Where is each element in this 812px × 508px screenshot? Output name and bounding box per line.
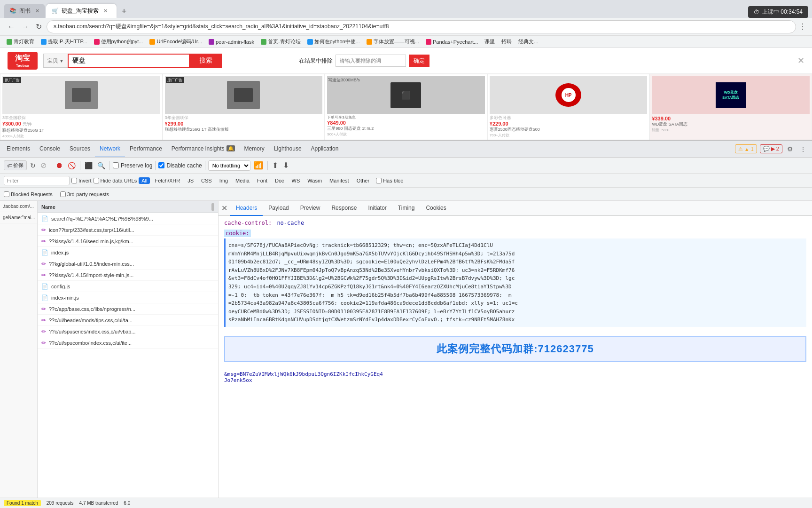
forward-button[interactable]: →: [20, 21, 31, 33]
file-item-1[interactable]: 📄 search?q=%E7%A1%AC%E7%9B%98%9...: [38, 213, 218, 224]
bookmark-python2[interactable]: 如何在python中使...: [304, 37, 363, 46]
url-bar[interactable]: s.taobao.com/search?q=硬盘&imgfile=&js=1&s…: [47, 20, 796, 33]
bookmark-青灯教育[interactable]: 青灯教育: [4, 37, 37, 46]
file-item-8[interactable]: 📄 index-min.js: [38, 292, 218, 303]
search-button[interactable]: 搜索: [190, 54, 222, 68]
preserve-log-checkbox[interactable]: [113, 162, 119, 168]
hide-data-urls-label[interactable]: Hide data URLs: [94, 178, 137, 183]
preserve-log-label[interactable]: Preserve log: [113, 162, 152, 169]
third-party-checkbox[interactable]: [60, 191, 66, 197]
filter-search-input[interactable]: [4, 176, 70, 185]
tab-console[interactable]: Console: [35, 141, 65, 158]
detail-tab-timing[interactable]: Timing: [392, 201, 421, 216]
domain-taobao[interactable]: .taobao.com/...: [0, 201, 37, 212]
tab-lighthouse[interactable]: Lighthouse: [269, 141, 306, 158]
disable-cache-label[interactable]: Disable cache: [158, 162, 202, 169]
file-item-7[interactable]: 📄 config.js: [38, 281, 218, 292]
clear-button[interactable]: 🚫: [66, 160, 77, 171]
import-button[interactable]: ⬆: [271, 159, 280, 171]
tab-close-1[interactable]: ✕: [35, 8, 39, 14]
search-icon-button[interactable]: 🔍: [96, 160, 107, 171]
detail-tab-cookies[interactable]: Cookies: [420, 201, 452, 216]
file-item-9[interactable]: ✏ ??c/app/base.css,c/libs/nprogress/n...: [38, 303, 218, 315]
filter-icon-button[interactable]: ⬛: [83, 160, 94, 171]
detail-tab-headers[interactable]: Headers: [230, 201, 263, 216]
tab-inactive-1[interactable]: 📚 图书 ✕: [4, 4, 45, 18]
bookmark-ip[interactable]: 提取IP-天HTTP...: [38, 37, 90, 46]
bookmark-keli[interactable]: 课里: [482, 37, 498, 46]
file-item-2[interactable]: ✏ icon??tsrp/233/fest.css,tsrp/116/util.…: [38, 224, 218, 236]
bookmark-forum[interactable]: 首页-青灯论坛: [258, 37, 304, 46]
tab-network[interactable]: Network: [95, 141, 125, 158]
file-item-10[interactable]: ✏ ??c/ui/header/mods/tips.css,c/ui/ta...: [38, 315, 218, 326]
filter-confirm-button[interactable]: 确定: [409, 55, 429, 67]
product-card-2[interactable]: 原厂广告 3年全国联保 ¥299.00 联想移动硬盘256G 1T 高速传输版: [163, 74, 325, 140]
detail-tab-payload[interactable]: Payload: [263, 201, 294, 216]
filter-type-manifest[interactable]: Manifest: [327, 177, 352, 184]
close-btn[interactable]: ✕: [797, 56, 804, 66]
reload-network-button[interactable]: ↻: [29, 160, 37, 171]
search-input[interactable]: [68, 54, 190, 68]
third-party-label[interactable]: 3rd-party requests: [60, 191, 109, 197]
file-item-12[interactable]: ✏ ??c/ui/spucombo/index.css,c/ui/ite...: [38, 337, 218, 349]
domain-pagename[interactable]: geName:"mai...: [0, 212, 37, 223]
detail-tab-initiator[interactable]: Initiator: [362, 201, 392, 216]
filter-type-img[interactable]: Img: [217, 177, 231, 184]
tab-performance-insights[interactable]: Performance insights 🔔: [167, 141, 240, 158]
wifi-icon-button[interactable]: 📶: [252, 159, 265, 171]
product-card-1[interactable]: 原厂广告 3年全国联保 ¥300.00 元/件 联想移动硬盘256G 1T 40…: [0, 74, 163, 140]
bookmark-recruit[interactable]: 招聘: [499, 37, 515, 46]
sidebar-price-btn[interactable]: 🏷 价保: [4, 160, 27, 170]
bookmark-python[interactable]: 使用python的pyt...: [91, 37, 146, 46]
detail-tab-preview[interactable]: Preview: [295, 201, 326, 216]
filter-type-wasm[interactable]: Wasm: [304, 177, 325, 184]
filter-type-js[interactable]: JS: [185, 177, 196, 184]
devtools-settings-icon[interactable]: ⚙: [785, 143, 795, 155]
bookmark-font[interactable]: 字体放置——可视...: [364, 37, 422, 46]
detail-close-button[interactable]: ✕: [221, 205, 227, 212]
export-button[interactable]: ⬇: [281, 159, 290, 171]
file-item-5[interactable]: ✏ ??kg/global-util/1.0.5/index-min.css..…: [38, 258, 218, 270]
new-tab-button[interactable]: +: [117, 5, 131, 18]
filter-input[interactable]: [336, 55, 406, 67]
filter-type-other[interactable]: Other: [354, 177, 373, 184]
tab-elements[interactable]: Elements: [2, 141, 35, 158]
tab-memory[interactable]: Memory: [240, 141, 269, 158]
bookmark-urlencode[interactable]: UrlEncode编码/Ur...: [147, 37, 205, 46]
tab-performance[interactable]: Performance: [125, 141, 167, 158]
product-card-5[interactable]: WD蓝盘SATA固态 ¥339.00 WD蓝盘 SATA固态 销量: 500+: [649, 74, 812, 140]
hide-data-urls-checkbox[interactable]: [94, 178, 99, 183]
stop-network-button[interactable]: ⊘: [39, 159, 48, 171]
reload-button[interactable]: ↻: [34, 20, 44, 33]
filter-type-css[interactable]: CSS: [198, 177, 215, 184]
filter-type-xhr[interactable]: Fetch/XHR: [152, 177, 183, 184]
throttle-select[interactable]: No throttling: [208, 160, 250, 171]
tab-active[interactable]: 🛒 硬盘_淘宝搜索 ✕: [46, 4, 117, 18]
filter-type-font[interactable]: Font: [254, 177, 270, 184]
blocked-requests-checkbox[interactable]: [4, 191, 9, 197]
tab-close-active[interactable]: ✕: [103, 8, 108, 14]
devtools-more-icon[interactable]: ⋮: [798, 143, 808, 155]
filter-type-all[interactable]: All: [139, 177, 150, 184]
tab-sources[interactable]: Sources: [65, 141, 95, 158]
disable-cache-checkbox[interactable]: [158, 162, 164, 168]
file-item-11[interactable]: ✏ ??c/ui/spuseries/index.css,c/ui/vbab..…: [38, 326, 218, 337]
filter-type-doc[interactable]: Doc: [272, 177, 287, 184]
product-card-4[interactable]: HP 多彩色可选 ¥229.00 惠普2500固态移动硬盘500 700+人付款: [487, 74, 650, 140]
has-blocked-label[interactable]: Has bloc: [376, 178, 403, 183]
search-category[interactable]: 宝贝 ▼: [43, 54, 68, 68]
extensions-button[interactable]: ⋮: [799, 22, 806, 31]
file-item-3[interactable]: ✏ ??kissy/k/1.4.16/seed-min.js,kg/km...: [38, 236, 218, 247]
bookmark-classic[interactable]: 经典文...: [515, 37, 541, 46]
blocked-requests-label[interactable]: Blocked Requests: [4, 191, 53, 197]
product-card-3[interactable]: 写速达3000MB/s ⬛ 下单可享3期免息 ¥849.00 三星980 固态硬…: [325, 74, 487, 140]
file-item-6[interactable]: ✏ ??kissy/k/1.4.15/import-style-min.js..…: [38, 270, 218, 281]
record-button[interactable]: ⏺: [54, 160, 64, 171]
detail-tab-response[interactable]: Response: [326, 201, 362, 216]
invert-checkbox[interactable]: [71, 178, 77, 183]
column-resize-handle[interactable]: [211, 203, 214, 211]
back-button[interactable]: ←: [6, 21, 17, 33]
bookmark-pandas[interactable]: Pandas+Pyechart...: [423, 38, 481, 46]
bookmark-flask[interactable]: pear-admin-flask: [206, 38, 257, 46]
filter-type-ws[interactable]: WS: [289, 177, 303, 184]
